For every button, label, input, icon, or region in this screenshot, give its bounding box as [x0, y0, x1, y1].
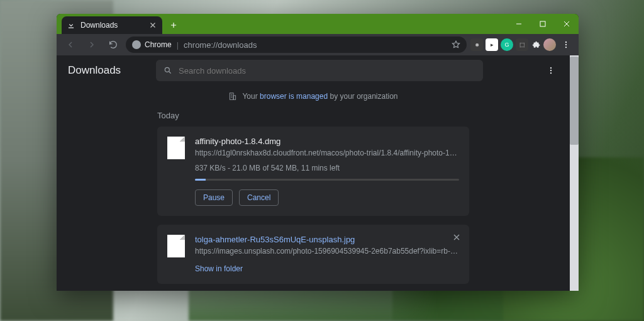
titlebar: Downloads: [57, 14, 579, 34]
svg-point-1: [565, 42, 567, 43]
progress-fill: [195, 179, 206, 181]
downloads-header: Downloads: [57, 55, 570, 86]
download-icon: [67, 21, 75, 30]
remove-download-icon[interactable]: [452, 232, 462, 242]
new-tab-button[interactable]: [166, 18, 181, 33]
scheme-label: Chrome: [145, 40, 172, 49]
scroll-thumb[interactable]: [570, 57, 579, 145]
bookmark-star-icon[interactable]: [452, 40, 460, 49]
download-url: https://d1gl0nrskhax8d.cloudfront.net/ma…: [195, 149, 459, 157]
minimize-button[interactable]: [507, 14, 531, 34]
tab-strip: Downloads: [57, 14, 507, 34]
svg-rect-0: [540, 21, 545, 26]
extensions-row: ⎈ ▸ G ⬚: [470, 37, 574, 52]
close-tab-icon[interactable]: [148, 21, 157, 30]
chrome-icon: [132, 40, 141, 49]
managed-suffix: by your organization: [330, 92, 397, 101]
close-window-button[interactable]: [555, 14, 579, 34]
window-controls: [507, 14, 579, 34]
browser-menu-button[interactable]: [558, 37, 574, 52]
reload-button[interactable]: [104, 36, 122, 54]
file-icon: [167, 235, 185, 257]
svg-rect-8: [230, 93, 234, 100]
search-box[interactable]: [156, 60, 483, 81]
svg-point-7: [550, 72, 552, 74]
search-icon: [164, 66, 172, 75]
page-title: Downloads: [68, 64, 143, 77]
download-url: https://images.unsplash.com/photo-159690…: [195, 247, 459, 256]
extension-2[interactable]: ▸: [486, 38, 498, 51]
download-filename-link[interactable]: tolga-ahmetler-Ru53sS6mUqE-unsplash.jpg: [195, 235, 459, 244]
page-content: Downloads Your browser is: [57, 55, 570, 291]
address-bar[interactable]: Chrome | chrome://downloads: [126, 37, 467, 53]
svg-point-4: [165, 67, 169, 72]
search-input[interactable]: [179, 66, 475, 76]
profile-avatar[interactable]: [543, 38, 556, 51]
today-label: Today: [157, 111, 469, 120]
file-icon: [167, 137, 185, 159]
managed-prefix: Your: [242, 92, 257, 101]
svg-point-3: [565, 47, 567, 48]
progress-bar: [195, 179, 459, 181]
extension-1[interactable]: ⎈: [470, 38, 483, 51]
cancel-button[interactable]: Cancel: [239, 189, 279, 206]
back-button[interactable]: [62, 36, 79, 54]
download-item: affinity-photo-1.8.4.dmg https://d1gl0nr…: [157, 127, 469, 216]
tab-title: Downloads: [80, 21, 143, 30]
browser-window: Downloads Chrome | chrome://downloa: [57, 14, 579, 291]
url-scheme-chip: Chrome: [132, 40, 172, 49]
forward-button[interactable]: [83, 36, 101, 54]
downloads-menu-button[interactable]: [543, 63, 558, 78]
managed-banner: Your browser is managed by your organiza…: [57, 86, 570, 107]
url-path: chrome://downloads: [184, 40, 257, 50]
svg-point-5: [550, 67, 552, 69]
toolbar: Chrome | chrome://downloads ⎈ ▸ G ⬚: [57, 34, 579, 55]
page: Downloads Your browser is: [57, 55, 579, 291]
pause-button[interactable]: Pause: [195, 189, 233, 206]
downloads-list: Today affinity-photo-1.8.4.dmg https://d…: [57, 111, 570, 291]
show-in-folder-link[interactable]: Show in folder: [195, 264, 243, 273]
maximize-button[interactable]: [531, 14, 555, 34]
scrollbar[interactable]: [570, 55, 579, 291]
download-status: 837 KB/s - 21.0 MB of 542 MB, 11 mins le…: [195, 164, 459, 172]
svg-point-6: [550, 70, 552, 71]
managed-link[interactable]: browser is managed: [260, 92, 328, 101]
extension-grammarly[interactable]: G: [501, 38, 513, 51]
svg-rect-9: [234, 96, 236, 99]
extension-4[interactable]: ⬚: [516, 38, 528, 51]
extensions-menu-icon[interactable]: [531, 38, 541, 51]
address-separator: |: [177, 40, 179, 50]
svg-point-2: [565, 44, 567, 45]
building-icon: [228, 92, 237, 101]
browser-tab-downloads[interactable]: Downloads: [62, 16, 162, 34]
download-filename: affinity-photo-1.8.4.dmg: [195, 137, 459, 146]
download-item: tolga-ahmetler-Ru53sS6mUqE-unsplash.jpg …: [157, 225, 469, 284]
